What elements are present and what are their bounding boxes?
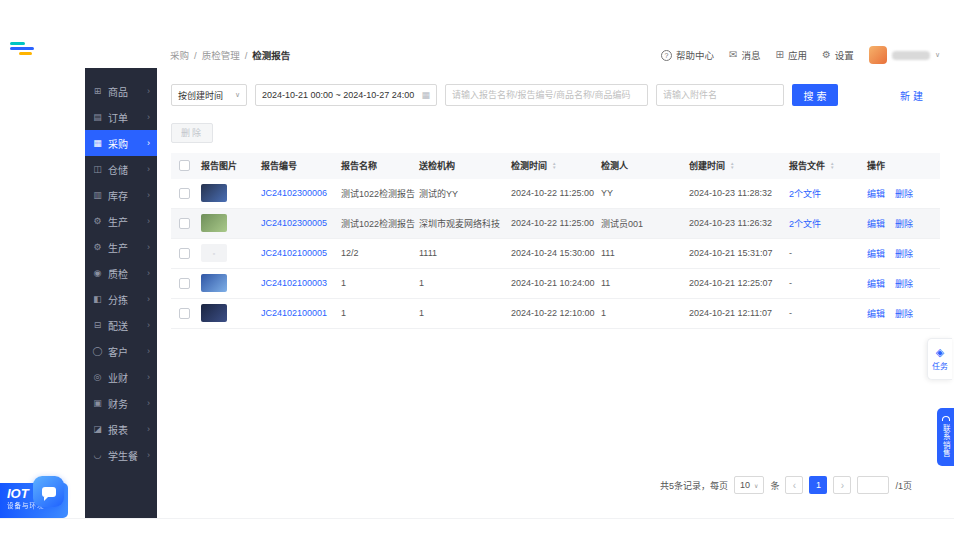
task-panel-button[interactable]: ◈ 任务: [927, 338, 952, 380]
sidebar-item-orders[interactable]: ▤ 订单 ›: [85, 104, 157, 130]
sidebar-item-label: 报表: [108, 422, 128, 437]
time-type-select[interactable]: 按创建时间 ∨: [171, 84, 247, 106]
sidebar-item-finance[interactable]: ▣ 财务 ›: [85, 390, 157, 416]
business-finance-icon: ◎: [92, 372, 103, 382]
files-link[interactable]: 2个文件: [785, 187, 863, 200]
settings-button[interactable]: ⚙ 设置: [822, 48, 854, 62]
report-thumbnail[interactable]: [201, 274, 227, 292]
created-time: 2024-10-21 15:31:07: [685, 248, 785, 258]
page-1-button[interactable]: 1: [809, 476, 827, 494]
col-files[interactable]: 报告文件 ▲ ▼: [785, 159, 863, 172]
sidebar-item-warehouse[interactable]: ◫ 仓储 ›: [85, 156, 157, 182]
sort-icon[interactable]: ▲ ▼: [552, 162, 556, 170]
breadcrumb: 采购 / 质检管理 / 检测报告: [170, 48, 290, 62]
sort-icon[interactable]: ▲ ▼: [830, 162, 834, 170]
page-jump-input[interactable]: [857, 476, 889, 494]
help-center-button[interactable]: ? 帮助中心: [661, 48, 714, 62]
report-name: 1: [337, 278, 415, 288]
sidebar-item-quality[interactable]: ◉ 质检 ›: [85, 260, 157, 286]
delete-link[interactable]: 删除: [895, 217, 913, 230]
sidebar-item-sorting[interactable]: ◧ 分拣 ›: [85, 286, 157, 312]
breadcrumb-quality-mgmt[interactable]: 质检管理: [202, 48, 240, 62]
sidebar-item-business-finance[interactable]: ◎ 业财 ›: [85, 364, 157, 390]
row-checkbox[interactable]: [179, 308, 190, 319]
production-icon: ⚙: [92, 216, 103, 226]
sidebar-item-label: 订单: [108, 110, 128, 125]
table-row: JC24102300005 测试1022检测报告 深圳市观麦网络科技 2024-…: [171, 209, 940, 239]
col-created[interactable]: 创建时间 ▲ ▼: [685, 159, 785, 172]
sidebar-item-label: 仓储: [108, 162, 128, 177]
sidebar-item-label: 库存: [108, 188, 128, 203]
sidebar-item-production-1[interactable]: ⚙ 生产 ›: [85, 208, 157, 234]
report-thumbnail[interactable]: [201, 304, 227, 322]
table-row: JC24102300006 测试1022检测报告 测试的YY 2024-10-2…: [171, 179, 940, 209]
report-thumbnail-placeholder[interactable]: ▫: [201, 244, 227, 262]
sidebar-item-inventory[interactable]: ▥ 库存 ›: [85, 182, 157, 208]
help-icon: ?: [661, 50, 672, 61]
delete-link[interactable]: 删除: [895, 277, 913, 290]
sidebar-item-student-meal[interactable]: ◡ 学生餐 ›: [85, 442, 157, 468]
delete-link[interactable]: 删除: [895, 307, 913, 320]
next-page-button[interactable]: ›: [833, 476, 851, 494]
chevron-right-icon: ›: [147, 164, 150, 174]
messages-button[interactable]: ✉ 消息: [729, 48, 760, 62]
tester: 测试员001: [597, 217, 685, 230]
report-thumbnail[interactable]: [201, 214, 227, 232]
report-no-link[interactable]: JC24102100003: [257, 278, 337, 288]
attachment-input[interactable]: [656, 84, 784, 106]
goods-icon: ⊞: [92, 86, 103, 96]
sidebar-item-label: 商品: [108, 84, 128, 99]
report-no-link[interactable]: JC24102300005: [257, 218, 337, 228]
edit-link[interactable]: 编辑: [867, 187, 885, 200]
chevron-right-icon: ›: [147, 112, 150, 122]
sidebar-item-label: 配送: [108, 318, 128, 333]
prev-page-button[interactable]: ‹: [785, 476, 803, 494]
delete-link[interactable]: 删除: [895, 247, 913, 260]
col-test-time[interactable]: 检测时间 ▲ ▼: [507, 159, 597, 172]
edit-link[interactable]: 编辑: [867, 307, 885, 320]
row-checkbox[interactable]: [179, 248, 190, 259]
date-range-picker[interactable]: 2024-10-21 00:00 ~ 2024-10-27 24:00 ▦: [255, 84, 437, 106]
apps-button[interactable]: ⊞ 应用: [775, 48, 806, 62]
select-all-checkbox[interactable]: [179, 160, 190, 171]
col-test-time-label: 检测时间: [511, 159, 547, 172]
row-checkbox[interactable]: [179, 188, 190, 199]
sidebar-item-delivery[interactable]: ⊟ 配送 ›: [85, 312, 157, 338]
task-icon: ◈: [936, 347, 944, 358]
files-link[interactable]: 2个文件: [785, 217, 863, 230]
agency: 测试的YY: [415, 187, 507, 200]
sidebar-item-goods[interactable]: ⊞ 商品 ›: [85, 78, 157, 104]
create-button[interactable]: 新建: [900, 88, 926, 103]
edit-link[interactable]: 编辑: [867, 217, 885, 230]
test-time: 2024-10-22 12:10:00: [507, 308, 597, 318]
sidebar-item-reports[interactable]: ◪ 报表 ›: [85, 416, 157, 442]
contact-sales-button[interactable]: 联系销售: [937, 408, 954, 466]
sidebar-item-purchase[interactable]: ▦ 采购 ›: [85, 130, 157, 156]
edit-link[interactable]: 编辑: [867, 277, 885, 290]
sidebar-item-production-2[interactable]: ⚙ 生产 ›: [85, 234, 157, 260]
sidebar-item-label: 学生餐: [108, 448, 138, 463]
sidebar-item-customer[interactable]: ◯ 客户 ›: [85, 338, 157, 364]
batch-delete-button[interactable]: 删除: [171, 123, 213, 143]
report-thumbnail[interactable]: [201, 184, 227, 202]
chat-widget-button[interactable]: [33, 476, 64, 507]
col-actions: 操作: [863, 159, 940, 172]
created-time: 2024-10-21 12:11:07: [685, 308, 785, 318]
report-no-link[interactable]: JC24102300006: [257, 188, 337, 198]
breadcrumb-purchase[interactable]: 采购: [170, 48, 189, 62]
chevron-right-icon: ›: [147, 268, 150, 278]
search-button[interactable]: 搜索: [792, 84, 838, 106]
keyword-input[interactable]: [445, 84, 648, 106]
page-size-value: 10: [740, 480, 750, 490]
report-no-link[interactable]: JC24102100001: [257, 308, 337, 318]
edit-link[interactable]: 编辑: [867, 247, 885, 260]
user-menu[interactable]: ∨: [869, 46, 940, 64]
row-checkbox[interactable]: [179, 278, 190, 289]
breadcrumb-separator: /: [245, 50, 248, 61]
row-checkbox[interactable]: [179, 218, 190, 229]
delete-link[interactable]: 删除: [895, 187, 913, 200]
report-no-link[interactable]: JC24102100005: [257, 248, 337, 258]
main-content: 按创建时间 ∨ 2024-10-21 00:00 ~ 2024-10-27 24…: [157, 68, 940, 518]
page-size-select[interactable]: 10 ∨: [734, 476, 764, 494]
sort-icon[interactable]: ▲ ▼: [730, 162, 734, 170]
